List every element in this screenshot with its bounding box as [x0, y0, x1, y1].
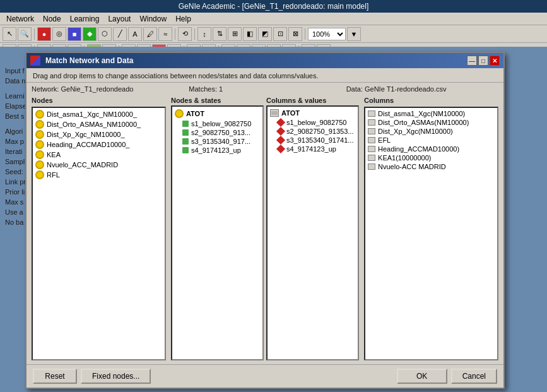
- value-icon: [276, 145, 285, 153]
- col-label: Dist_Xp_Xgc(NM10000): [378, 128, 453, 135]
- col-icon: [368, 146, 375, 152]
- list-item[interactable]: s2_9082750_913...: [174, 128, 261, 137]
- list-item[interactable]: Dist_asma1_Xgc(NM10000): [367, 109, 496, 118]
- list-item[interactable]: s1_below_9082750: [174, 119, 261, 128]
- toolbar-btn-13[interactable]: ↕: [197, 27, 211, 41]
- network-label: Network: GeNie_T1_redondeado: [32, 85, 184, 93]
- atot-node-header: ATOT: [174, 108, 261, 119]
- fixed-nodes-button[interactable]: Fixed nodes...: [81, 369, 151, 384]
- list-item[interactable]: Dist_Xp_Xgc(NM10000): [367, 127, 496, 136]
- list-item[interactable]: RFL: [34, 170, 163, 180]
- nodes-header: Nodes: [32, 97, 166, 104]
- node-label: Dist_asma1_Xgc_NM10000_: [47, 110, 137, 118]
- state-label: s3_9135340_917...: [191, 138, 250, 145]
- maximize-button[interactable]: □: [478, 56, 488, 66]
- list-item[interactable]: s4_9174123_up: [174, 146, 261, 155]
- footer-left: Reset Fixed nodes...: [33, 369, 151, 384]
- toolbar-btn-17[interactable]: ◩: [258, 27, 272, 41]
- state-label: s4_9174123_up: [191, 146, 241, 154]
- ok-button[interactable]: OK: [397, 369, 447, 384]
- value-label: s4_9174123_up: [286, 145, 336, 153]
- matches-label: Matches: 1: [189, 85, 341, 93]
- list-item[interactable]: Dist_Orto_ASMAs(NM10000): [367, 118, 496, 127]
- list-item[interactable]: Nvuelo_ACC_MADRID: [34, 160, 163, 170]
- list-item[interactable]: s3_9135340_917...: [174, 137, 261, 146]
- toolbar-btn-10[interactable]: 🖊: [143, 27, 157, 41]
- toolbar-btn-7[interactable]: ⬡: [98, 27, 112, 41]
- node-label: RFL: [47, 171, 60, 179]
- nodes-panel: Nodes Dist_asma1_Xgc_NM10000_ Dist_Orto_…: [32, 97, 166, 360]
- toolbar-btn-12[interactable]: ⟲: [178, 27, 192, 41]
- node-icon: [35, 160, 44, 169]
- list-item[interactable]: s2_9082750_91353...: [269, 127, 356, 136]
- toolbar-btn-19[interactable]: ⊠: [288, 27, 302, 41]
- col-values-list[interactable]: ATOT s1_below_9082750 s2_9082750_91353..…: [266, 105, 359, 360]
- matches-panel: Nodes & states ATOT s1_below_9082750: [171, 97, 359, 360]
- main-area: Input f Data n Learni Elapse Best s Algo…: [0, 47, 547, 392]
- nodes-list[interactable]: Dist_asma1_Xgc_NM10000_ Dist_Orto_ASMAs_…: [32, 107, 166, 360]
- toolbar-1: ↖ 🔍 ● ◎ ■ ◆ ⬡ ╱ A 🖊 ≈ ⟲ ↕ ⇅ ⊞ ◧ ◩ ⊡ ⊠ 10…: [0, 25, 547, 43]
- toolbar-btn-3[interactable]: ●: [37, 27, 51, 41]
- dialog-title-bar: Match Network and Data — □ ✕: [26, 53, 503, 68]
- menu-learning[interactable]: Learning: [66, 14, 103, 24]
- toolbar-btn-1[interactable]: ↖: [3, 27, 16, 41]
- col-icon: [368, 128, 375, 134]
- toolbar-btn-11[interactable]: ≈: [158, 27, 172, 41]
- col-icon: [368, 163, 375, 170]
- col-label: EFL: [378, 136, 391, 144]
- list-item[interactable]: KEA1(10000000): [367, 153, 496, 162]
- col-label: Dist_asma1_Xgc(NM10000): [378, 110, 465, 117]
- list-item[interactable]: s3_9135340_91741...: [269, 136, 356, 145]
- col-icon: [368, 137, 375, 143]
- col-label: KEA1(10000000): [378, 154, 431, 162]
- state-icon: [182, 121, 189, 127]
- node-label: Dist_Xp_Xgc_NM10000_: [47, 131, 125, 138]
- close-button[interactable]: ✕: [490, 56, 500, 66]
- node-label: Nvuelo_ACC_MADRID: [47, 161, 118, 169]
- list-item[interactable]: s4_9174123_up: [269, 145, 356, 153]
- menu-window[interactable]: Window: [136, 14, 170, 24]
- nodes-states-header: Nodes & states: [171, 97, 264, 104]
- state-icon: [182, 138, 189, 145]
- toolbar-btn-8[interactable]: ╱: [113, 27, 127, 41]
- value-label: s1_below_9082750: [286, 119, 346, 126]
- list-item[interactable]: KEA: [34, 150, 163, 160]
- toolbar-btn-6[interactable]: ◆: [83, 27, 97, 41]
- list-item[interactable]: Heading_ACCMAD10000): [367, 145, 496, 153]
- node-icon: [35, 150, 44, 159]
- toolbar-btn-4[interactable]: ◎: [52, 27, 66, 41]
- toolbar-btn-15[interactable]: ⊞: [228, 27, 242, 41]
- columns-list[interactable]: Dist_asma1_Xgc(NM10000) Dist_Orto_ASMAs(…: [364, 107, 498, 360]
- node-icon: [35, 110, 44, 119]
- value-icon: [276, 127, 285, 136]
- minimize-button[interactable]: —: [467, 56, 477, 66]
- reset-button[interactable]: Reset: [33, 369, 77, 384]
- cancel-button[interactable]: Cancel: [451, 369, 497, 384]
- value-icon: [276, 118, 285, 127]
- node-label: Heading_ACCMAD10000_: [47, 141, 129, 148]
- data-label: Data: GeNIe T1-redondeado.csv: [346, 85, 498, 93]
- zoom-select[interactable]: 100%: [308, 28, 346, 40]
- toolbar-btn-5[interactable]: ■: [68, 27, 81, 41]
- list-item[interactable]: Dist_Xp_Xgc_NM10000_: [34, 129, 163, 140]
- node-label: KEA: [47, 151, 61, 158]
- menu-help[interactable]: Help: [172, 14, 195, 24]
- toolbar-btn-16[interactable]: ◧: [243, 27, 257, 41]
- list-item[interactable]: Dist_asma1_Xgc_NM10000_: [34, 109, 163, 119]
- toolbar-btn-9[interactable]: A: [128, 27, 142, 41]
- col-label: Heading_ACCMAD10000): [378, 145, 459, 153]
- list-item[interactable]: Heading_ACCMAD10000_: [34, 140, 163, 150]
- toolbar-btn-18[interactable]: ⊡: [273, 27, 287, 41]
- toolbar-btn-2[interactable]: 🔍: [18, 27, 32, 41]
- toolbar-btn-20[interactable]: ▼: [347, 27, 361, 41]
- list-item[interactable]: Dist_Orto_ASMAs_NM10000_: [34, 119, 163, 129]
- menu-node[interactable]: Node: [39, 14, 65, 24]
- menu-layout[interactable]: Layout: [104, 14, 134, 24]
- value-icon: [276, 136, 285, 145]
- list-item[interactable]: Nvuelo-ACC MADRID: [367, 162, 496, 171]
- menu-network[interactable]: Network: [3, 14, 38, 24]
- list-item[interactable]: EFL: [367, 136, 496, 145]
- toolbar-btn-14[interactable]: ⇅: [213, 27, 226, 41]
- nodes-states-list[interactable]: ATOT s1_below_9082750 s2_9082750_913...: [171, 105, 264, 360]
- list-item[interactable]: s1_below_9082750: [269, 118, 356, 127]
